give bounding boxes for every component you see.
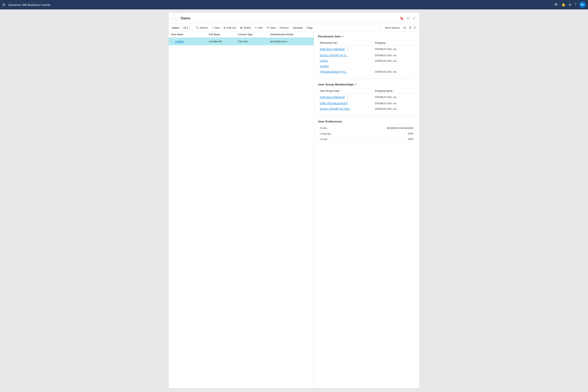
perm-row-2[interactable]: LOCAL CRONUS USA, Inc. — [318, 58, 415, 64]
list-panel: User Name ↑ Full Name License Type Authe… — [169, 32, 314, 388]
filter-chevron-icon: ▾ — [187, 26, 188, 29]
perm-link-1[interactable]: EXCEL EXPORT ACTI... — [320, 54, 348, 57]
perm-cell-company-2: CRONUS USA, Inc. — [373, 58, 415, 64]
filter-icon-button[interactable]: ⊟ — [403, 25, 407, 30]
perm-row-3[interactable]: SUPER — [318, 64, 415, 69]
pref-value-2: 1033 — [406, 138, 415, 140]
info-icon-button[interactable]: ℹ — [413, 25, 416, 30]
detail-panel: Permission Sets ∨ Permission Set ↑ Compa… — [314, 32, 419, 388]
table-row[interactable]: → ANNEH ⋮ Annette Hill Full User anneh@c… — [169, 38, 314, 46]
ugm-table-body: D365 BUS PREMIUM ⋮ CRONUS USA, Inc. D365… — [318, 94, 415, 112]
pref-label-2: Locale — [318, 138, 406, 140]
edit-list-button[interactable]: ⊞ Edit List — [222, 25, 237, 30]
user-group-memberships-section-header[interactable]: User Group Memberships ∨ — [318, 83, 415, 86]
username-link[interactable]: ANNEH — [175, 40, 184, 43]
ugm-row-0[interactable]: D365 BUS PREMIUM ⋮ CRONUS USA, Inc. — [318, 94, 415, 101]
user-preferences-title: User Preferences — [318, 120, 342, 123]
notification-icon[interactable]: 🔔 — [562, 3, 566, 7]
ugm-row-2[interactable]: EXCEL EXPORT ACTION CRONUS USA, Inc. — [318, 106, 415, 112]
edit-label: Edit — [258, 26, 262, 29]
perm-cell-company-1: CRONUS USA, Inc. — [373, 53, 415, 58]
perm-row-1[interactable]: EXCEL EXPORT ACTI... CRONUS USA, Inc. — [318, 53, 415, 58]
perm-cell-name-2: LOCAL — [318, 58, 373, 64]
col-permission-set: Permission Set ↑ — [318, 40, 373, 46]
view-button[interactable]: 👁 View — [265, 25, 277, 30]
ugm-cell-company-1: CRONUS USA, Inc. — [373, 101, 415, 106]
search-button[interactable]: 🔍 Search — [194, 25, 210, 30]
ugm-link-0[interactable]: D365 BUS PREMIUM — [320, 96, 344, 99]
separator-2 — [380, 26, 381, 30]
open-new-button[interactable]: ⬡ — [406, 16, 410, 21]
sort-icon-company: ↑ — [386, 42, 388, 44]
perm-cell-name-3: SUPER — [318, 64, 373, 69]
permission-sets-table-body: D365 BUS PREMIUM ⋮ CRONUS USA, Inc. EXCE… — [318, 46, 415, 75]
ugm-cell-company-2: CRONUS USA, Inc. — [373, 106, 415, 112]
grid-icon[interactable]: ⊞ — [2, 2, 5, 7]
user-preferences-rows: Profile BUSINESS MANAGER Language 1033 L… — [318, 126, 415, 142]
permission-sets-table: Permission Set ↑ Company ↑ D365 BUS PREM… — [318, 40, 415, 75]
search-icon[interactable]: 🔍 — [554, 3, 558, 7]
delete-icon: 🗑 — [240, 26, 243, 29]
columns-icon-button[interactable]: ☰ — [408, 25, 412, 30]
col-authemail: Authentication Email — [268, 32, 314, 38]
sort-icon-permset: ↑ — [338, 42, 339, 44]
user-group-memberships-chevron-icon: ∨ — [355, 83, 357, 86]
view-icon: 👁 — [266, 26, 269, 29]
page-button[interactable]: Page — [305, 26, 314, 30]
col-username: User Name ↑ — [169, 32, 206, 38]
users-table: User Name ↑ Full Name License Type Authe… — [169, 32, 314, 46]
page-container: ← Users 🔖 ⬡ ⤢ Users: All ▾ 🔍 Search + Ne… — [168, 12, 420, 388]
user-preferences-section-header[interactable]: User Preferences — [318, 120, 415, 123]
more-options-button[interactable]: More options — [384, 26, 401, 30]
ugm-table-header: User Group Code ↑ Company Name ↑ — [318, 88, 415, 94]
filter-value: All — [183, 26, 186, 29]
bookmark-button[interactable]: 🔖 — [399, 16, 404, 21]
ugm-row-menu-0[interactable]: ⋮ — [345, 95, 350, 99]
pref-label-0: Profile — [318, 126, 385, 130]
back-icon: ← — [174, 17, 176, 20]
settings-icon[interactable]: ⚙ — [568, 3, 571, 7]
expand-button[interactable]: ⤢ — [412, 16, 416, 21]
ugm-link-2[interactable]: EXCEL EXPORT ACTION — [320, 108, 350, 110]
process-label: Process — [280, 26, 289, 29]
app-title: Dynamics 365 Business Central — [8, 3, 552, 6]
help-icon[interactable]: ? — [574, 3, 576, 6]
permission-sets-section-header[interactable]: Permission Sets ∨ — [318, 35, 415, 38]
perm-link-2[interactable]: LOCAL — [320, 60, 328, 62]
view-label: View — [270, 26, 276, 29]
cell-licensetype: Full User — [236, 38, 268, 46]
user-group-memberships-table: User Group Code ↑ Company Name ↑ D365 BU… — [318, 88, 415, 112]
back-button[interactable]: ← — [172, 15, 178, 21]
col-fullname: Full Name — [206, 32, 236, 38]
new-label: New — [214, 26, 220, 29]
ugm-cell-code-1: D365 TROUBLESHOOT — [318, 101, 373, 106]
search-btn-icon: 🔍 — [196, 26, 199, 29]
permission-sets-title: Permission Sets — [318, 35, 341, 38]
ugm-link-1[interactable]: D365 TROUBLESHOOT — [320, 102, 348, 105]
perm-link-3[interactable]: SUPER — [320, 65, 329, 68]
edit-button[interactable]: ✏ Edit — [253, 25, 264, 30]
col-group-code: User Group Code ↑ — [318, 88, 373, 94]
edit-list-label: Edit List — [227, 26, 236, 29]
perm-row-4[interactable]: TROUBLESHOOT TO... CRONUS USA, Inc. — [318, 69, 415, 75]
process-button[interactable]: Process — [278, 26, 290, 30]
filter-label: Users: — [172, 26, 180, 29]
edit-list-icon: ⊞ — [224, 26, 226, 29]
pref-row-1: Language 1033 — [318, 131, 415, 136]
perm-row-menu-0[interactable]: ⋮ — [345, 47, 350, 51]
filter-dropdown[interactable]: All ▾ — [181, 26, 190, 30]
delete-button[interactable]: 🗑 Delete — [238, 25, 253, 30]
pref-row-0: Profile BUSINESS MANAGER — [318, 126, 415, 131]
row-menu-button[interactable]: ⋮ — [185, 39, 189, 44]
page-label: Page — [307, 26, 312, 29]
perm-link-0[interactable]: D365 BUS PREMIUM — [320, 48, 344, 51]
avatar[interactable]: BC — [580, 2, 586, 8]
perm-row-0[interactable]: D365 BUS PREMIUM ⋮ CRONUS USA, Inc. — [318, 46, 415, 53]
navigate-button[interactable]: Navigate — [291, 26, 304, 30]
ugm-row-1[interactable]: D365 TROUBLESHOOT CRONUS USA, Inc. — [318, 101, 415, 106]
cell-fullname: Annette Hill — [206, 38, 236, 46]
perm-link-4[interactable]: TROUBLESHOOT TO... — [320, 70, 347, 73]
new-button[interactable]: + New — [210, 25, 221, 30]
ugm-cell-code-2: EXCEL EXPORT ACTION — [318, 106, 373, 112]
sort-icon-username: ↑ — [184, 34, 186, 36]
